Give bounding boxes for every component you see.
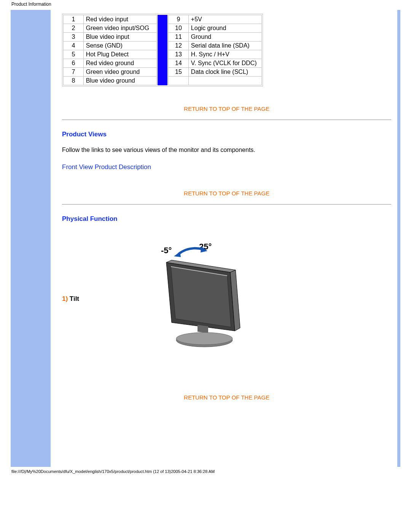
page-header: Product Information [0,0,411,10]
pin-num: 13 [168,50,188,59]
pin-desc: Red video input [83,15,156,24]
pin-assignment-table: 1Red video input 2Green video input/SOG … [62,14,263,86]
pin-num: 1 [64,15,84,24]
return-top-link[interactable]: RETURN TO TOP OF THE PAGE [132,190,322,197]
pin-desc: Blue video input [83,33,156,42]
pin-num: 9 [168,15,188,24]
divider [62,120,391,120]
front-view-link[interactable]: Front View Product Description [62,163,391,171]
pin-desc: Data clock line (SCL) [188,68,261,77]
page-footer: file:///D|/My%20Documents/dfu/X_model/en… [0,467,411,476]
svg-marker-5 [171,266,231,327]
tilt-text: Tilt [68,295,79,302]
table-row: 12Serial data line (SDA) [168,42,261,50]
pin-desc: H. Sync / H+V [188,50,261,59]
pin-num: 14 [168,59,188,68]
table-row: 10Logic ground [168,24,261,33]
pin-desc: V. Sync (VCLK for DDC) [188,59,261,68]
table-row: 14V. Sync (VCLK for DDC) [168,59,261,68]
pin-num: 4 [64,42,84,50]
table-row: 2Green video input/SOG [64,24,157,33]
pin-desc: Serial data line (SDA) [188,42,261,50]
physical-function-heading: Physical Function [62,215,391,223]
svg-point-9 [176,332,233,345]
pin-desc: Ground [188,33,261,42]
pin-desc: Red video ground [83,59,156,68]
pin-num: 11 [168,33,188,42]
pin-desc: Sense (GND) [83,42,156,50]
product-views-body: Follow the links to see various views of… [62,147,391,153]
pin-desc: Logic ground [188,24,261,33]
page-band: 1Red video input 2Green video input/SOG … [11,10,400,467]
table-divider [158,15,167,85]
tilt-label: 1) Tilt [62,295,150,303]
return-top-link[interactable]: RETURN TO TOP OF THE PAGE [132,105,322,112]
tilt-number: 1) [62,295,68,302]
table-row: 1Red video input [64,15,157,24]
svg-marker-0 [174,252,181,257]
pin-desc: Blue video ground [83,77,156,85]
table-row: 3Blue video input [64,33,157,42]
table-row: 13H. Sync / H+V [168,50,261,59]
pin-desc: Hot Plug Detect [83,50,156,59]
pin-num: 3 [64,33,84,42]
pin-table-right: 9+5V 10Logic ground 11Ground 12Serial da… [168,15,262,85]
return-top-link[interactable]: RETURN TO TOP OF THE PAGE [132,394,322,401]
table-row: 5Hot Plug Detect [64,50,157,59]
pin-desc: +5V [188,15,261,24]
pin-num: 7 [64,68,84,77]
content-area: 1Red video input 2Green video input/SOG … [51,10,397,467]
pin-num: 10 [168,24,188,33]
table-row: 6Red video ground [64,59,157,68]
svg-marker-1 [201,246,207,252]
table-row: 4Sense (GND) [64,42,157,50]
table-row: 7Green video ground [64,68,157,77]
table-row: 11Ground [168,33,261,42]
pin-num: 5 [64,50,84,59]
pin-desc: Green video input/SOG [83,24,156,33]
divider [62,204,391,204]
tilt-diagram: -5° 25° [150,242,264,356]
table-row [168,77,261,85]
table-row: 15Data clock line (SCL) [168,68,261,77]
monitor-icon [151,243,258,354]
pin-num: 15 [168,68,188,77]
table-row: 8Blue video ground [64,77,157,85]
product-views-heading: Product Views [62,131,391,138]
pin-num: 2 [64,24,84,33]
pin-desc: Green video ground [83,68,156,77]
pin-table-left: 1Red video input 2Green video input/SOG … [63,15,157,85]
table-row: 9+5V [168,15,261,24]
pin-num: 6 [64,59,84,68]
pin-num: 12 [168,42,188,50]
tilt-row: 1) Tilt -5° 25° [62,242,391,356]
pin-num: 8 [64,77,84,85]
